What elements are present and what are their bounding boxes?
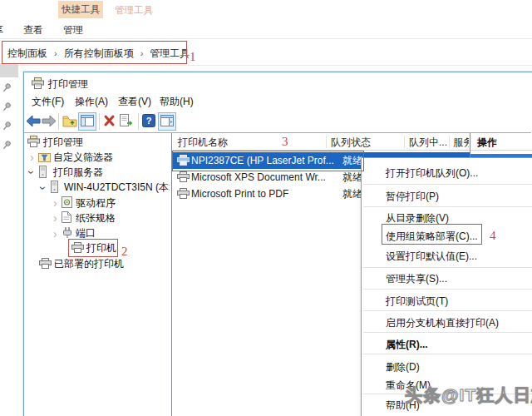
back-icon[interactable] (26, 115, 41, 127)
tree-item-print-servers[interactable]: 打印服务器 (53, 166, 103, 180)
menu-file[interactable]: 文件(F) (32, 95, 64, 109)
menu-view[interactable]: 查看(V) (118, 95, 151, 109)
column-divider[interactable] (449, 136, 450, 148)
show-folder-icon[interactable] (62, 115, 77, 127)
menu-help[interactable]: 帮助(H) (160, 95, 194, 109)
tree-list-divider[interactable] (171, 133, 172, 416)
printer-icon (177, 188, 190, 199)
annotation-box-3 (172, 151, 364, 171)
toolbar-bottom-border (24, 132, 531, 133)
menu-action[interactable]: 操作(A) (75, 95, 108, 109)
menu-separator (363, 310, 532, 311)
column-header-jobs-in-queue[interactable]: 队列中... (409, 134, 447, 151)
chevron-right-icon[interactable]: › (30, 151, 34, 163)
drivers-icon (62, 196, 72, 208)
tree-item-forms[interactable]: 纸张规格 (76, 211, 116, 225)
printer-name-cell[interactable]: Microsoft Print to PDF (191, 186, 288, 202)
column-header-printer-name[interactable]: 打印机名称 (178, 134, 228, 151)
menu-item-set-printing-defaults[interactable]: 设置打印默认值(E)... (362, 247, 532, 265)
toolbar-separator (58, 113, 59, 130)
annotation-number-2: 2 (121, 245, 128, 259)
printer-icon (177, 171, 190, 182)
menu-item-open-printer-queue[interactable]: 打开打印机队列(O)... (362, 164, 532, 182)
server-icon (51, 181, 58, 193)
menu-separator (363, 289, 532, 290)
context-menu: 打开打印机队列(O)... 暂停打印(P) 从目录删除(V) 使用组策略部署(C… (361, 157, 532, 416)
menu-item-enable-branch-office-printing[interactable]: 启用分支机构直接打印(A) (362, 314, 532, 332)
print-management-icon (32, 77, 44, 89)
column-divider[interactable] (404, 136, 405, 148)
menu-item-pause-printing[interactable]: 暂停打印(P) (362, 187, 532, 206)
chevron-right-icon[interactable]: › (53, 228, 57, 240)
queue-status-cell: 就绪 (342, 169, 362, 186)
pin-icon (0, 81, 13, 94)
annotation-number-1: 1 (190, 50, 196, 64)
custom-filters-icon (38, 151, 51, 162)
annotation-number-3: 3 (282, 135, 288, 149)
tree-item-deployed-printers[interactable]: 已部署的打印机 (54, 257, 124, 271)
column-divider[interactable] (326, 136, 327, 148)
menu-item-properties[interactable]: 属性(R)... (362, 335, 532, 354)
tab-share-partial[interactable]: 享 (0, 22, 3, 37)
export-list-icon[interactable] (120, 114, 134, 127)
contextual-tab-group-inactive[interactable]: 管理工具 (115, 3, 153, 17)
actions-header-border (470, 150, 532, 151)
contextual-tab-group-active[interactable]: 快捷工具 (58, 1, 103, 18)
forward-icon[interactable] (42, 115, 57, 127)
column-header-server[interactable]: 服务 (453, 134, 469, 151)
pin-icon (0, 100, 13, 113)
pin-icon (0, 119, 13, 132)
delete-icon[interactable] (103, 114, 116, 127)
pin-icon (0, 138, 13, 151)
menu-separator (363, 332, 532, 333)
ribbon-divider (0, 38, 532, 39)
annotation-box-4 (382, 224, 482, 245)
menu-separator (363, 267, 532, 268)
print-management-root-icon (27, 136, 40, 147)
menu-item-print-test-page[interactable]: 打印测试页(T) (362, 292, 532, 310)
toolbar-separator (138, 113, 139, 130)
svg-text:?: ? (146, 116, 152, 126)
forms-icon (62, 211, 71, 223)
annotation-box-2 (68, 239, 118, 257)
tree-item-print-management[interactable]: 打印管理 (43, 136, 83, 150)
annotation-number-4: 4 (490, 229, 496, 243)
window-title: 打印管理 (48, 77, 88, 91)
tree-item-drivers[interactable]: 驱动程序 (76, 196, 116, 210)
menu-separator (363, 206, 532, 207)
chevron-right-icon[interactable]: › (53, 197, 57, 209)
background-button-fragment (0, 63, 18, 77)
console-window-icon[interactable] (78, 112, 96, 131)
screenshot-root: 快捷工具 管理工具 享 查看 管理 控制面板›所有控制面板项›管理工具 1 打印… (0, 0, 532, 416)
tab-view[interactable]: 查看 (23, 22, 43, 37)
deployed-printers-icon (39, 258, 52, 269)
menu-item-manage-sharing[interactable]: 管理共享(S)... (362, 270, 532, 288)
chevron-down-icon[interactable]: › (26, 171, 37, 175)
addressbar-divider (0, 65, 532, 66)
tree-item-custom-filters[interactable]: 自定义筛选器 (53, 151, 113, 165)
action-pane-icon[interactable] (158, 112, 176, 131)
chevron-down-icon[interactable]: › (37, 186, 49, 191)
menu-separator (363, 354, 532, 354)
print-servers-icon (39, 166, 47, 178)
annotation-box-1 (2, 41, 187, 64)
help-icon[interactable]: ? (142, 114, 155, 127)
ports-icon (62, 226, 72, 239)
tab-manage[interactable]: 管理 (63, 22, 83, 37)
chevron-right-icon[interactable]: › (53, 212, 57, 224)
toolbar-separator (99, 113, 100, 130)
menu-separator (363, 184, 532, 185)
printer-name-cell[interactable]: Microsoft XPS Document Wr... (191, 169, 326, 186)
actions-pane-header: 操作 (477, 136, 497, 150)
queue-status-cell: 就绪 (342, 186, 362, 202)
tree-item-server-win[interactable]: WIN-4U2TDCT3I5N (本地) (64, 181, 170, 195)
watermark: 头条@IT狂人日志 (405, 384, 532, 407)
menu-item-delete[interactable]: 删除(D) (362, 358, 532, 376)
column-header-queue-status[interactable]: 队列状态 (331, 134, 371, 151)
